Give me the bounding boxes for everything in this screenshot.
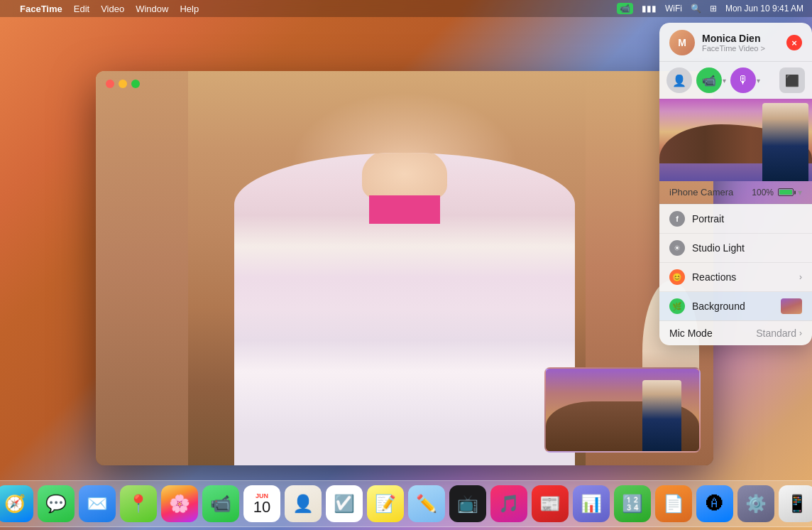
- numbers-icon: 🔢: [622, 494, 643, 514]
- mic-chevron-icon: ▾: [757, 77, 760, 85]
- dock-app-facetime[interactable]: 📹: [202, 485, 239, 522]
- curtain-left: [96, 71, 188, 465]
- dock: 🙂 ⊞ 🧭 💬 ✉️ 📍 🌸 📹 JUN 10 👤 ☑️ 📝: [0, 480, 812, 527]
- dock-app-calendar[interactable]: JUN 10: [243, 485, 280, 522]
- pages-icon: 📄: [663, 494, 684, 514]
- wifi-icon: WiFi: [665, 4, 682, 13]
- menu-video[interactable]: Video: [101, 4, 124, 14]
- battery-icon: ▮▮▮: [642, 4, 657, 13]
- reactions-menu-item[interactable]: 😊 Reactions ›: [659, 263, 812, 292]
- control-panel: M Monica Dien FaceTime Video > × 👤 📹 ▾ 🎙…: [659, 23, 812, 345]
- self-view-pip[interactable]: [544, 367, 701, 453]
- reactions-label: Reactions: [692, 271, 792, 283]
- screen-share-button[interactable]: ⬛: [779, 67, 805, 93]
- keynote-icon: 📊: [581, 494, 602, 514]
- freeform-icon: ✏️: [416, 494, 437, 514]
- mic-mode-value: Standard: [756, 328, 796, 339]
- battery-bar: [778, 188, 794, 196]
- mic-mode-row[interactable]: Mic Mode Standard ›: [659, 320, 812, 345]
- reactions-icon: 😊: [669, 269, 685, 285]
- person-button[interactable]: 👤: [666, 67, 692, 93]
- mic-button[interactable]: 🎙 ▾: [730, 67, 760, 93]
- mic-icon: 🎙: [730, 67, 756, 93]
- reactions-chevron-icon: ›: [799, 272, 802, 282]
- control-center-icon[interactable]: ⊞: [710, 4, 717, 13]
- facetime-recording-icon: 📹: [617, 3, 633, 14]
- video-chevron-icon: ▾: [723, 77, 726, 85]
- portrait-label: Portrait: [692, 213, 802, 225]
- iphone-mirror-icon: 📱: [786, 494, 808, 514]
- news-icon: 📰: [539, 494, 561, 514]
- notes-icon: 📝: [375, 494, 396, 514]
- video-preview: [659, 99, 812, 181]
- contacts-icon: 👤: [292, 494, 314, 514]
- call-controls: 👤 📹 ▾ 🎙 ▾ ⬛: [659, 61, 812, 99]
- mail-icon: ✉️: [87, 494, 108, 514]
- dock-app-messages[interactable]: 💬: [38, 485, 75, 522]
- menu-window[interactable]: Window: [136, 4, 168, 14]
- dock-app-iphone-mirror[interactable]: 📱: [779, 485, 812, 522]
- minimize-window-button[interactable]: [119, 80, 127, 88]
- expand-button[interactable]: ▾: [798, 188, 802, 198]
- video-button[interactable]: 📹 ▾: [696, 67, 726, 93]
- caller-subtitle: FaceTime Video >: [702, 44, 779, 53]
- caller-name: Monica Dien: [702, 33, 779, 44]
- dock-app-contacts[interactable]: 👤: [285, 485, 322, 522]
- turtleneck: [369, 195, 440, 224]
- person-body: [234, 153, 575, 465]
- battery-fill: [779, 190, 792, 195]
- panel-container: M Monica Dien FaceTime Video > × 👤 📹 ▾ 🎙…: [659, 23, 812, 345]
- camera-label: iPhone Camera: [669, 187, 733, 198]
- mic-mode-chevron-icon: ›: [799, 328, 802, 338]
- menubar: FaceTime Edit Video Window Help 📹 ▮▮▮ Wi…: [0, 0, 812, 17]
- dock-app-notes[interactable]: 📝: [367, 485, 404, 522]
- background-label: Background: [692, 301, 774, 312]
- dock-app-reminders[interactable]: ☑️: [326, 485, 363, 522]
- camera-header: iPhone Camera 100% ▾: [659, 181, 812, 204]
- menu-items: f Portrait ☀ Studio Light 😊 Reactions › …: [659, 204, 812, 320]
- menubar-app-name[interactable]: FaceTime: [20, 4, 62, 14]
- dock-app-pages[interactable]: 📄: [655, 485, 692, 522]
- search-icon[interactable]: 🔍: [691, 4, 701, 13]
- traffic-lights: [106, 80, 140, 88]
- close-call-button[interactable]: ×: [786, 35, 802, 50]
- dock-app-numbers[interactable]: 🔢: [614, 485, 651, 522]
- mic-mode-label: Mic Mode: [669, 328, 756, 339]
- safari-icon: 🧭: [4, 494, 26, 514]
- maps-icon: 📍: [128, 494, 149, 514]
- facetime-window: [96, 71, 713, 465]
- fullscreen-window-button[interactable]: [131, 80, 140, 88]
- system-prefs-icon: ⚙️: [745, 494, 767, 514]
- dock-app-news[interactable]: 📰: [532, 485, 569, 522]
- dock-app-mail[interactable]: ✉️: [79, 485, 116, 522]
- calendar-day: 10: [253, 499, 270, 515]
- dock-app-maps[interactable]: 📍: [120, 485, 157, 522]
- photos-icon: 🌸: [169, 494, 190, 514]
- dock-app-freeform[interactable]: ✏️: [408, 485, 445, 522]
- camera-right-controls: 100% ▾: [752, 188, 802, 198]
- background-menu-item[interactable]: 🌿 Background: [659, 292, 812, 320]
- dock-app-appstore[interactable]: 🅐: [696, 485, 733, 522]
- self-view-person: [642, 380, 681, 451]
- dock-app-photos[interactable]: 🌸: [161, 485, 198, 522]
- menubar-right: 📹 ▮▮▮ WiFi 🔍 ⊞ Mon Jun 10 9:41 AM: [617, 3, 803, 14]
- dock-app-system-preferences[interactable]: ⚙️: [737, 485, 774, 522]
- menu-help[interactable]: Help: [180, 4, 199, 14]
- menubar-left: FaceTime Edit Video Window Help: [9, 4, 199, 14]
- dock-app-safari[interactable]: 🧭: [0, 485, 33, 522]
- dock-app-music[interactable]: 🎵: [490, 485, 527, 522]
- music-icon: 🎵: [498, 494, 520, 514]
- studio-light-icon: ☀: [669, 240, 685, 256]
- studio-light-label: Studio Light: [692, 242, 802, 254]
- menubar-time: Mon Jun 10 9:41 AM: [725, 4, 803, 13]
- dock-app-keynote[interactable]: 📊: [573, 485, 610, 522]
- close-window-button[interactable]: [106, 80, 114, 88]
- background-thumbnail: [781, 298, 802, 314]
- portrait-icon: f: [669, 211, 685, 227]
- video-icon: 📹: [696, 67, 722, 93]
- reminders-icon: ☑️: [334, 494, 355, 514]
- portrait-menu-item[interactable]: f Portrait: [659, 205, 812, 234]
- studio-light-menu-item[interactable]: ☀ Studio Light: [659, 234, 812, 263]
- menu-edit[interactable]: Edit: [74, 4, 89, 14]
- dock-app-appletv[interactable]: 📺: [449, 485, 486, 522]
